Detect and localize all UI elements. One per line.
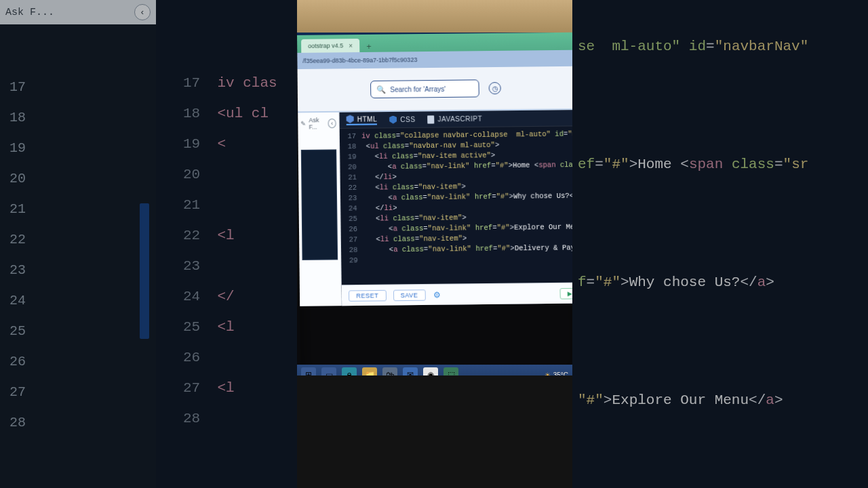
ide-ask-pill[interactable]: ✎ Ask F... ‹: [300, 117, 336, 131]
zoom-code-line: se ml-auto" id="navbarNav": [572, 27, 868, 66]
zoom-code-fragments: 17 iv clas18 <ul cl19 <20 21 22 <l23 24 …: [156, 0, 297, 488]
line-number: 19: [0, 140, 41, 156]
line-number: 18: [0, 110, 41, 125]
zoom-code-line: 27 <l: [156, 373, 297, 403]
line-number: 26: [341, 224, 363, 235]
url-text: /f35eea99-d83b-4bce-89a7-1bb7f5c90323: [302, 56, 417, 64]
zoom-code-line: 19 <: [156, 129, 297, 159]
line-number: 26: [0, 354, 41, 369]
gutter-row: 19: [0, 133, 156, 163]
line-number: 17: [340, 131, 361, 142]
zoom-code-line: 26: [156, 342, 297, 373]
zoom-code-line: 25 <l: [156, 312, 297, 342]
ask-label: Ask F...: [5, 7, 54, 18]
line-number: 27: [0, 384, 41, 400]
right-blurred-panel: se ml-auto" id="navbarNav" ef="#">Home <…: [572, 0, 868, 488]
tab-html-label: HTML: [357, 115, 378, 123]
line-number: 23: [340, 193, 363, 204]
zoom-code-line: [572, 106, 868, 145]
line-number: 28: [341, 245, 363, 256]
gutter-row: 28: [0, 407, 156, 438]
browser-tab[interactable]: ootstrap v4.5 ×: [301, 39, 359, 53]
browser-tab-title: ootstrap v4.5: [308, 42, 343, 49]
zoom-code-line: f="#">Why chose Us?</a>: [572, 263, 868, 302]
line-number: 25: [0, 323, 41, 339]
gutter-row: 21: [0, 194, 156, 224]
ide-preview-thumb: [301, 149, 338, 260]
minimap-thumb: [140, 203, 149, 339]
zoom-code-line: ef="#">Home <span class="sr: [572, 145, 868, 184]
ide-back-icon[interactable]: ‹: [328, 119, 336, 128]
gutter-row: 18: [0, 102, 156, 133]
zoom-code-line: 18 <ul cl: [156, 98, 297, 129]
line-number: 20: [0, 171, 41, 186]
settings-icon[interactable]: ⚙: [433, 289, 442, 300]
js-icon: [427, 115, 434, 123]
line-number: 22: [340, 183, 362, 194]
gutter-row: 25: [0, 316, 156, 346]
newtab-button[interactable]: +: [363, 41, 374, 52]
chat-icon: ✎: [300, 120, 306, 127]
tab-html[interactable]: HTML: [347, 115, 378, 125]
tab-js-label: JAVASCRIPT: [437, 115, 482, 123]
center-photo: ootstrap v4.5 × + /f35eea99-d83b-4bce-89…: [297, 0, 572, 488]
zoom-code-line: 22 <l: [156, 220, 297, 251]
css3-icon: [389, 115, 397, 123]
zoom-code-line: 24 </: [156, 281, 297, 312]
line-number: 18: [340, 142, 361, 152]
close-tab-icon[interactable]: ×: [349, 42, 353, 49]
wall-above-monitor: [297, 0, 572, 33]
line-number: 28: [0, 415, 41, 430]
line-number: 22: [0, 232, 41, 247]
line-number: 21: [340, 172, 362, 183]
line-number: 24: [340, 203, 363, 214]
line-number: 25: [340, 214, 363, 225]
search-placeholder: Search for 'Arrays': [390, 85, 446, 93]
left-blurred-panel: Ask F... ‹ 171819202122232425262728: [0, 0, 156, 488]
line-number: 17: [0, 79, 41, 95]
zoom-code-line: [572, 302, 868, 342]
tab-css[interactable]: CSS: [389, 115, 415, 124]
tab-css-label: CSS: [400, 116, 415, 123]
line-number: 19: [340, 152, 361, 163]
gutter-row: 22: [0, 224, 156, 255]
zoom-code-line: 23: [156, 251, 297, 281]
gutter-row: 27: [0, 377, 156, 407]
gutter-row: 24: [0, 285, 156, 316]
gutter-row: 20: [0, 163, 156, 194]
zoom-code-line: [572, 342, 868, 381]
monitor-bezel: ootstrap v4.5 × + /f35eea99-d83b-4bce-89…: [297, 33, 572, 385]
ide-ask-label: Ask F...: [309, 117, 326, 130]
zoom-code-line: 21: [156, 190, 297, 220]
screen: ootstrap v4.5 × + /f35eea99-d83b-4bce-89…: [297, 33, 581, 381]
zoom-code-line: [572, 184, 868, 224]
search-input[interactable]: Search for 'Arrays': [370, 79, 479, 98]
ide: ✎ Ask F... ‹ HTML CSS: [298, 110, 579, 306]
line-number: 24: [0, 293, 41, 308]
gutter-row: 17: [0, 72, 156, 102]
zoom-code-line: 28: [156, 403, 297, 434]
zoom-code-line: [572, 224, 868, 263]
tab-js[interactable]: JAVASCRIPT: [427, 115, 482, 123]
gutter-row: 23: [0, 255, 156, 285]
below-monitor: [297, 375, 572, 488]
back-icon[interactable]: ‹: [134, 4, 151, 20]
zoom-code-line: 20: [156, 159, 297, 190]
save-button[interactable]: SAVE: [393, 289, 425, 301]
zoom-code-line: "#">Explore Our Menu</a>: [572, 381, 868, 420]
zoom-code-line: 17 iv clas: [156, 68, 297, 98]
ide-sidebar: ✎ Ask F... ‹: [298, 113, 342, 306]
gutter-row: 26: [0, 346, 156, 377]
line-number: 20: [340, 162, 361, 173]
left-topbar: Ask F... ‹: [0, 0, 156, 24]
line-number: 23: [0, 262, 41, 278]
page-header: Search for 'Arrays' ◷: [298, 66, 574, 113]
reset-button[interactable]: RESET: [349, 289, 387, 301]
line-number: 29: [341, 256, 363, 266]
search-icon: [376, 85, 386, 94]
line-number: 27: [341, 235, 363, 245]
zoom-code-line: [572, 66, 868, 106]
line-number: 21: [0, 201, 41, 217]
timer-icon[interactable]: ◷: [488, 82, 500, 94]
html5-icon: [347, 115, 354, 123]
